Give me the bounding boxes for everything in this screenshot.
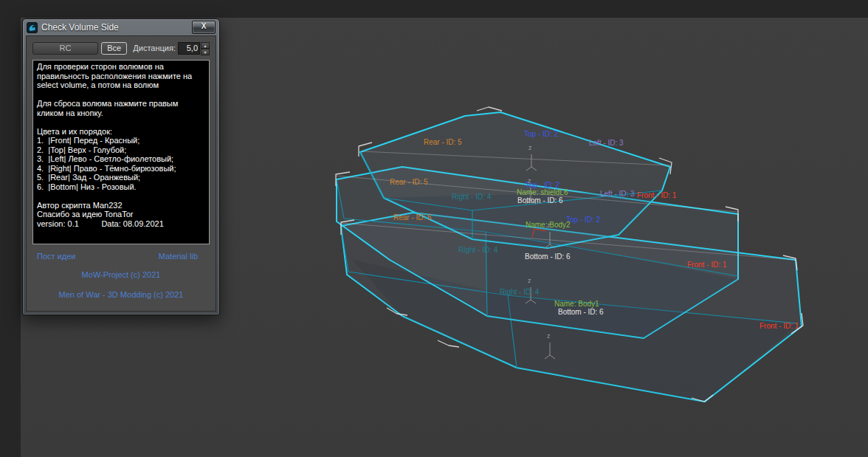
info-panel: Для проверки сторон волюмов на правильно… [32,60,210,244]
toolbar: RC Все Дистанция: ▴ ▾ [32,41,210,55]
rc-button[interactable]: RC [32,42,98,55]
check-volume-side-window: Check Volume Side X RC Все Дистанция: ▴ … [22,18,220,315]
window-body: RC Все Дистанция: ▴ ▾ Для проверки сторо… [26,35,216,312]
app-icon [27,22,38,33]
all-button[interactable]: Все [101,42,127,55]
close-button[interactable]: X [192,21,216,34]
window-title: Check Volume Side [41,22,188,32]
link-mow-modding[interactable]: Men of War - 3D Modding (c) 2021 [59,290,184,299]
distance-input[interactable] [178,42,200,55]
link-mow-project[interactable]: MoW-Project (c) 2021 [82,270,161,279]
titlebar[interactable]: Check Volume Side X [26,19,216,35]
distance-label: Дистанция: [133,44,176,52]
links-row: Пост идеи Material lib [32,252,210,261]
distance-spinner: ▴ ▾ [178,42,210,55]
link-post-idea[interactable]: Пост идеи [37,252,75,261]
screen: Rear - ID: 5Top - ID: 2Left - ID: 3Rear … [0,0,868,457]
spinner-down-button[interactable]: ▾ [201,49,210,55]
spinner-up-button[interactable]: ▴ [201,42,210,49]
link-material-lib[interactable]: Material lib [159,252,198,261]
